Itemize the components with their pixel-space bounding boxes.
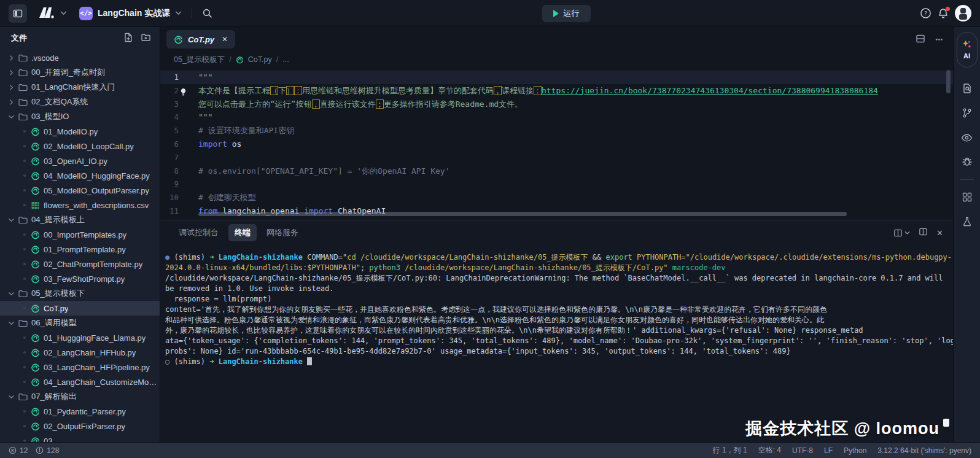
python-file-icon (236, 56, 244, 64)
workspace-chevron-icon[interactable] (60, 10, 67, 17)
terminal-token: COMMAND=" (307, 253, 347, 262)
tree-folder-item[interactable]: 07_解析输出 (0, 389, 160, 404)
tree-file-item[interactable]: 01_PromptTemplate.py (0, 242, 160, 257)
warning-icon (36, 446, 44, 454)
sidebar-toggle-icon (13, 9, 23, 18)
tab-cot-py[interactable]: CoT.py ✕ (166, 30, 235, 49)
code-line-content: """ (189, 111, 212, 124)
tree-folder-item[interactable]: 02_文档QA系统 (0, 95, 160, 109)
close-panel-icon[interactable]: ✕ (936, 228, 943, 238)
tree-file-item[interactable]: 03_OpenAI_IO.py (0, 153, 160, 168)
panel-tab-item[interactable]: 网络服务 (260, 224, 305, 241)
tree-file-item[interactable]: flowers_with_descriptions.csv (0, 198, 160, 212)
panel-layout-icon[interactable] (919, 227, 928, 238)
tree-file-item[interactable]: 04_ModelIO_HuggingFace.py (0, 168, 160, 183)
file-dot-icon (23, 307, 26, 309)
python-file-icon (31, 304, 40, 313)
code-line: 6import os (160, 138, 953, 151)
tree-item-label: 01_ModelIO.py (44, 127, 98, 136)
breadcrumb-folder[interactable]: 05_提示模板下 (174, 55, 225, 65)
tree-item-label: 05_ModelIO_OutputParser.py (44, 186, 149, 195)
tree-file-item[interactable]: CoT.py (0, 301, 160, 316)
panel-tab-active[interactable]: 终端 (228, 224, 257, 241)
tree-file-item[interactable]: 01_HugggingFace_Llama.py (0, 330, 160, 345)
tree-item-label: 02_ModelIO_LoopCall.py (44, 142, 134, 151)
code-line: 4""" (160, 111, 953, 124)
file-dot-icon (23, 233, 26, 236)
tree-file-item[interactable]: 03_… (0, 433, 160, 442)
file-dot-icon (23, 189, 26, 192)
vertical-scrollbar[interactable] (946, 70, 951, 93)
breadcrumb-file[interactable]: CoT.py (248, 55, 272, 64)
code-token: ： (294, 86, 302, 95)
tree-file-item[interactable]: 04_LangChain_CustomizeMod... (0, 375, 160, 389)
source-control-icon[interactable] (954, 101, 980, 125)
tree-folder-item[interactable]: .vscode (0, 50, 160, 65)
python-interpreter[interactable]: 3.12.2 64-bit ('shims': pyenv) (877, 446, 971, 455)
new-folder-icon[interactable] (141, 33, 151, 44)
project-chevron-icon (175, 10, 182, 17)
code-token: 用思维链和思维树提升模型思考质量】章节的配套代码 (302, 86, 494, 95)
new-file-icon[interactable] (123, 33, 133, 44)
bottom-panel: 调试控制台终端网络服务 ✕ ● (shims) ➜ LangChain-shiz… (160, 220, 953, 442)
tree-file-item[interactable]: 02_LangChain_HFHub.py (0, 345, 160, 360)
debug-bug-icon[interactable] (954, 150, 980, 174)
encoding[interactable]: UTF-8 (792, 446, 813, 455)
lightbulb-icon[interactable] (180, 87, 187, 100)
project-switcher[interactable]: </> LangChain 实战课 (79, 7, 182, 20)
language-mode[interactable]: Python (844, 446, 866, 455)
tree-folder-item[interactable]: 01_LangChain快速入门 (0, 80, 160, 95)
test-flask-icon[interactable] (954, 209, 980, 234)
problems-indicator[interactable]: 12 128 (9, 446, 59, 455)
notifications-button[interactable] (938, 8, 949, 19)
tree-folder-item[interactable]: 06_调用模型 (0, 316, 160, 330)
code-line: 3您可以点击最上方的“运行”按钮，直接运行该文件；更多操作指引请参考Readme… (160, 98, 953, 111)
cursor-position[interactable]: 行 1，列 1 (713, 445, 747, 456)
help-button[interactable]: ? (920, 7, 931, 19)
tree-item-label: 03_LangChain_HFPipeline.py (44, 363, 150, 372)
user-avatar[interactable] (955, 5, 971, 21)
tree-file-item[interactable]: 02_ModelIO_LoopCall.py (0, 139, 160, 153)
tree-file-item[interactable]: 03_FewShotPrompt.py (0, 271, 160, 286)
tree-folder-item[interactable]: 00_开篇词_奇点时刻 (0, 65, 160, 80)
split-terminal-icon[interactable] (893, 228, 910, 238)
tree-file-item[interactable]: 01_Pydantic_Parser.py (0, 404, 160, 419)
terminal-line: 和品种可供选择。粉色康乃馨通常被视为爱情和浪漫的象征，而紫色康乃馨则代表着高贵和… (165, 315, 947, 325)
indentation[interactable]: 空格: 4 (758, 445, 781, 456)
file-search-icon[interactable] (954, 76, 980, 101)
code-editor[interactable]: 1"""2本文件是【提示工程（下）：用思维链和思维树提升模型思考质量】章节的配套… (160, 68, 953, 220)
run-button[interactable]: 运行 (542, 5, 591, 22)
panel-tab-group: 调试控制台终端网络服务 (173, 224, 305, 241)
tree-file-item[interactable]: 03_LangChain_HFPipeline.py (0, 360, 160, 375)
sidebar-toggle-button[interactable] (9, 4, 27, 23)
terminal-token: 2024.0.0-linux-x64/bundled/libs:$PYTHONP… (165, 263, 360, 272)
horizontal-scrollbar[interactable] (198, 212, 847, 216)
split-editor-icon[interactable] (916, 34, 925, 45)
terminal-output[interactable]: ● (shims) ➜ LangChain-shizhanke COMMAND=… (160, 245, 953, 442)
tree-file-item[interactable]: 02_OutputFixParser.py (0, 419, 160, 433)
ai-assistant-button[interactable]: AI (957, 32, 978, 68)
file-dot-icon (23, 174, 26, 177)
code-token: 更多操作指引请参考Readme.md文件。 (384, 99, 523, 109)
more-actions-icon[interactable]: ⋯ (935, 35, 944, 44)
panel-tab-item[interactable]: 调试控制台 (173, 224, 225, 241)
tab-close-icon[interactable]: ✕ (222, 35, 228, 44)
extensions-icon[interactable] (954, 185, 980, 209)
tree-folder-item[interactable]: 03_模型IO (0, 109, 160, 124)
tree-file-item[interactable]: 01_ModelIO.py (0, 124, 160, 139)
search-button[interactable] (202, 8, 212, 18)
breadcrumb-more[interactable]: ... (282, 55, 289, 64)
chevron-icon (9, 291, 15, 297)
terminal-token: /cloudide/workspace/LangChain-shizhanke/… (405, 263, 667, 272)
marscode-logo-icon[interactable] (37, 6, 54, 21)
tree-folder-item[interactable]: 04_提示模板上 (0, 212, 160, 227)
eol-sequence[interactable]: LF (824, 446, 833, 455)
terminal-line: ata={'token_usage': {'completion_tokens'… (165, 336, 947, 346)
code-line-content: import os (189, 138, 241, 151)
tree-file-item[interactable]: 00_ImportTemplates.py (0, 227, 160, 242)
preview-eye-icon[interactable] (954, 125, 980, 150)
code-line-content: # 创建聊天模型 (189, 191, 256, 204)
tree-file-item[interactable]: 05_ModelIO_OutputParser.py (0, 183, 160, 198)
tree-file-item[interactable]: 02_ChatPromptTemplate.py (0, 257, 160, 271)
tree-folder-item[interactable]: 05_提示模板下 (0, 286, 160, 301)
